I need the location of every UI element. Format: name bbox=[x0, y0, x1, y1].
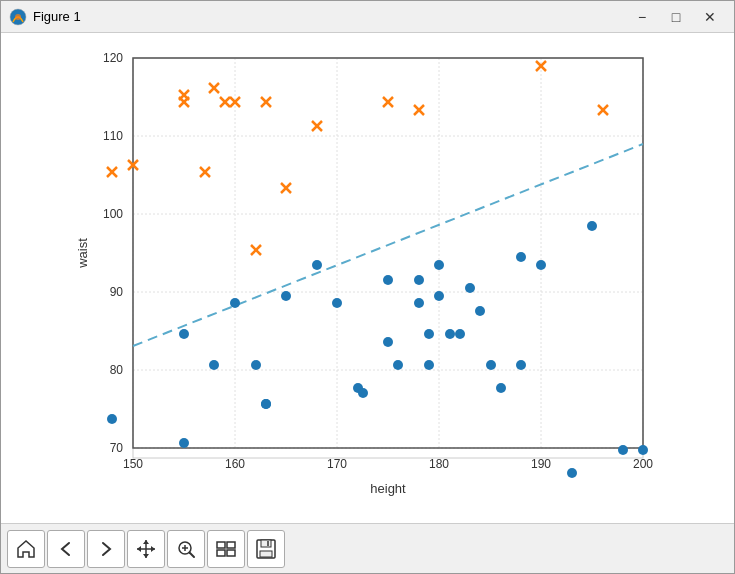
svg-rect-107 bbox=[217, 550, 225, 556]
svg-marker-97 bbox=[143, 540, 149, 544]
svg-point-54 bbox=[486, 360, 496, 370]
svg-text:180: 180 bbox=[428, 457, 448, 471]
app-icon bbox=[9, 8, 27, 26]
svg-text:200: 200 bbox=[632, 457, 652, 471]
main-window: Figure 1 − □ ✕ bbox=[0, 0, 735, 574]
svg-rect-106 bbox=[227, 542, 235, 548]
svg-rect-108 bbox=[227, 550, 235, 556]
svg-point-37 bbox=[312, 260, 322, 270]
configure-button[interactable] bbox=[207, 530, 245, 568]
svg-point-55 bbox=[496, 383, 506, 393]
svg-point-40 bbox=[358, 388, 368, 398]
content-area: 120 110 100 90 80 70 150 160 170 180 190… bbox=[1, 33, 734, 523]
svg-text:150: 150 bbox=[122, 457, 142, 471]
svg-point-59 bbox=[567, 468, 577, 478]
title-bar-left: Figure 1 bbox=[9, 8, 81, 26]
svg-line-102 bbox=[190, 552, 195, 557]
svg-text:170: 170 bbox=[326, 457, 346, 471]
svg-point-57 bbox=[516, 360, 526, 370]
svg-point-41 bbox=[383, 275, 393, 285]
svg-rect-111 bbox=[260, 551, 272, 557]
home-button[interactable] bbox=[7, 530, 45, 568]
plot-container: 120 110 100 90 80 70 150 160 170 180 190… bbox=[9, 41, 726, 515]
svg-point-42 bbox=[383, 337, 393, 347]
svg-point-30 bbox=[179, 329, 189, 339]
svg-point-50 bbox=[445, 329, 455, 339]
toolbar bbox=[1, 523, 734, 573]
svg-point-46 bbox=[424, 329, 434, 339]
y-axis-label: waist bbox=[75, 238, 90, 269]
svg-point-58 bbox=[536, 260, 546, 270]
svg-rect-110 bbox=[261, 540, 271, 547]
minimize-button[interactable]: − bbox=[626, 5, 658, 29]
svg-point-33 bbox=[251, 360, 261, 370]
svg-point-1 bbox=[15, 14, 21, 20]
svg-marker-100 bbox=[151, 546, 155, 552]
pan-button[interactable] bbox=[127, 530, 165, 568]
svg-point-49 bbox=[434, 291, 444, 301]
svg-point-38 bbox=[332, 298, 342, 308]
svg-point-48 bbox=[434, 260, 444, 270]
title-bar: Figure 1 − □ ✕ bbox=[1, 1, 734, 33]
svg-point-60 bbox=[587, 221, 597, 231]
maximize-button[interactable]: □ bbox=[660, 5, 692, 29]
scatter-plot[interactable]: 120 110 100 90 80 70 150 160 170 180 190… bbox=[73, 48, 663, 508]
svg-point-51 bbox=[455, 329, 465, 339]
svg-point-43 bbox=[393, 360, 403, 370]
save-button[interactable] bbox=[247, 530, 285, 568]
svg-point-56 bbox=[516, 252, 526, 262]
svg-marker-99 bbox=[137, 546, 141, 552]
svg-text:100: 100 bbox=[102, 207, 122, 221]
x-axis-label: height bbox=[370, 481, 406, 496]
svg-point-53 bbox=[475, 306, 485, 316]
svg-rect-2 bbox=[133, 58, 643, 458]
svg-text:160: 160 bbox=[224, 457, 244, 471]
zoom-button[interactable] bbox=[167, 530, 205, 568]
back-button[interactable] bbox=[47, 530, 85, 568]
svg-point-61 bbox=[618, 445, 628, 455]
window-title: Figure 1 bbox=[33, 9, 81, 24]
svg-point-62 bbox=[638, 445, 648, 455]
svg-point-44 bbox=[414, 275, 424, 285]
svg-point-29 bbox=[179, 438, 189, 448]
svg-text:110: 110 bbox=[102, 129, 122, 143]
svg-point-36 bbox=[281, 291, 291, 301]
svg-point-32 bbox=[230, 298, 240, 308]
close-button[interactable]: ✕ bbox=[694, 5, 726, 29]
svg-point-52 bbox=[465, 283, 475, 293]
svg-marker-98 bbox=[143, 554, 149, 558]
svg-text:90: 90 bbox=[109, 285, 123, 299]
svg-rect-105 bbox=[217, 542, 225, 548]
window-controls: − □ ✕ bbox=[626, 5, 726, 29]
svg-point-35 bbox=[261, 399, 271, 409]
svg-point-45 bbox=[414, 298, 424, 308]
svg-text:80: 80 bbox=[109, 363, 123, 377]
svg-point-28 bbox=[107, 414, 117, 424]
svg-point-47 bbox=[424, 360, 434, 370]
svg-text:70: 70 bbox=[109, 441, 123, 455]
svg-text:190: 190 bbox=[530, 457, 550, 471]
svg-point-31 bbox=[209, 360, 219, 370]
forward-button[interactable] bbox=[87, 530, 125, 568]
svg-text:120: 120 bbox=[102, 51, 122, 65]
